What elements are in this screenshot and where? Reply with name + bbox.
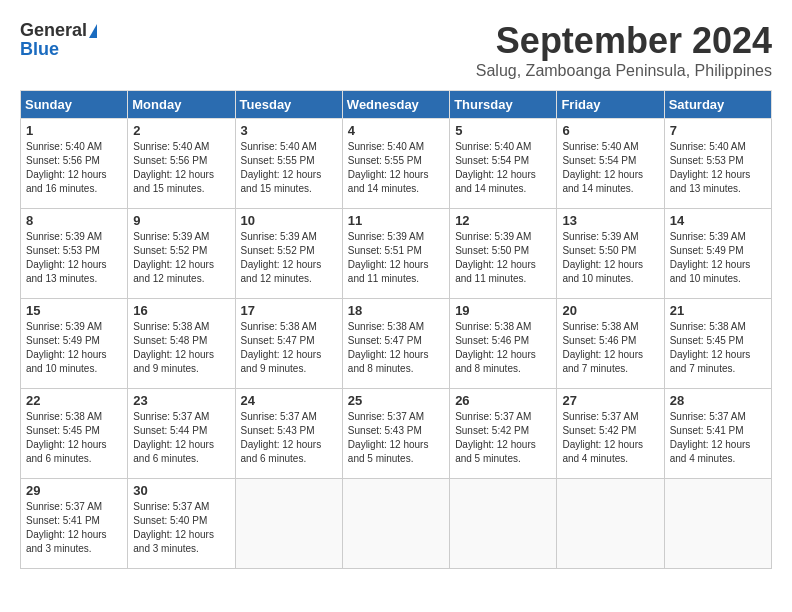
calendar-table: Sunday Monday Tuesday Wednesday Thursday… bbox=[20, 90, 772, 569]
month-title: September 2024 bbox=[476, 20, 772, 62]
day-28: 28 Sunrise: 5:37 AMSunset: 5:41 PMDaylig… bbox=[664, 389, 771, 479]
day-19: 19 Sunrise: 5:38 AMSunset: 5:46 PMDaylig… bbox=[450, 299, 557, 389]
calendar-week-4: 22 Sunrise: 5:38 AMSunset: 5:45 PMDaylig… bbox=[21, 389, 772, 479]
col-tuesday: Tuesday bbox=[235, 91, 342, 119]
day-27: 27 Sunrise: 5:37 AMSunset: 5:42 PMDaylig… bbox=[557, 389, 664, 479]
day-empty-4 bbox=[557, 479, 664, 569]
day-10: 10 Sunrise: 5:39 AMSunset: 5:52 PMDaylig… bbox=[235, 209, 342, 299]
day-11: 11 Sunrise: 5:39 AMSunset: 5:51 PMDaylig… bbox=[342, 209, 449, 299]
day-1: 1 Sunrise: 5:40 AMSunset: 5:56 PMDayligh… bbox=[21, 119, 128, 209]
day-16: 16 Sunrise: 5:38 AMSunset: 5:48 PMDaylig… bbox=[128, 299, 235, 389]
day-9: 9 Sunrise: 5:39 AMSunset: 5:52 PMDayligh… bbox=[128, 209, 235, 299]
calendar-header-row: Sunday Monday Tuesday Wednesday Thursday… bbox=[21, 91, 772, 119]
day-12: 12 Sunrise: 5:39 AMSunset: 5:50 PMDaylig… bbox=[450, 209, 557, 299]
col-wednesday: Wednesday bbox=[342, 91, 449, 119]
day-6: 6 Sunrise: 5:40 AMSunset: 5:54 PMDayligh… bbox=[557, 119, 664, 209]
day-4: 4 Sunrise: 5:40 AMSunset: 5:55 PMDayligh… bbox=[342, 119, 449, 209]
day-3: 3 Sunrise: 5:40 AMSunset: 5:55 PMDayligh… bbox=[235, 119, 342, 209]
day-15: 15 Sunrise: 5:39 AMSunset: 5:49 PMDaylig… bbox=[21, 299, 128, 389]
calendar-week-3: 15 Sunrise: 5:39 AMSunset: 5:49 PMDaylig… bbox=[21, 299, 772, 389]
day-24: 24 Sunrise: 5:37 AMSunset: 5:43 PMDaylig… bbox=[235, 389, 342, 479]
day-2: 2 Sunrise: 5:40 AMSunset: 5:56 PMDayligh… bbox=[128, 119, 235, 209]
day-22: 22 Sunrise: 5:38 AMSunset: 5:45 PMDaylig… bbox=[21, 389, 128, 479]
col-thursday: Thursday bbox=[450, 91, 557, 119]
calendar-week-5: 29 Sunrise: 5:37 AMSunset: 5:41 PMDaylig… bbox=[21, 479, 772, 569]
col-friday: Friday bbox=[557, 91, 664, 119]
day-26: 26 Sunrise: 5:37 AMSunset: 5:42 PMDaylig… bbox=[450, 389, 557, 479]
day-29: 29 Sunrise: 5:37 AMSunset: 5:41 PMDaylig… bbox=[21, 479, 128, 569]
logo-general: General bbox=[20, 20, 87, 41]
col-saturday: Saturday bbox=[664, 91, 771, 119]
title-area: September 2024 Salug, Zamboanga Peninsul… bbox=[476, 20, 772, 80]
day-empty-5 bbox=[664, 479, 771, 569]
col-monday: Monday bbox=[128, 91, 235, 119]
col-sunday: Sunday bbox=[21, 91, 128, 119]
logo-triangle-icon bbox=[89, 24, 97, 38]
day-8: 8 Sunrise: 5:39 AMSunset: 5:53 PMDayligh… bbox=[21, 209, 128, 299]
logo: General Blue bbox=[20, 20, 97, 60]
day-21: 21 Sunrise: 5:38 AMSunset: 5:45 PMDaylig… bbox=[664, 299, 771, 389]
day-17: 17 Sunrise: 5:38 AMSunset: 5:47 PMDaylig… bbox=[235, 299, 342, 389]
logo-blue: Blue bbox=[20, 39, 59, 60]
day-7: 7 Sunrise: 5:40 AMSunset: 5:53 PMDayligh… bbox=[664, 119, 771, 209]
day-13: 13 Sunrise: 5:39 AMSunset: 5:50 PMDaylig… bbox=[557, 209, 664, 299]
calendar-week-2: 8 Sunrise: 5:39 AMSunset: 5:53 PMDayligh… bbox=[21, 209, 772, 299]
day-empty-2 bbox=[342, 479, 449, 569]
day-25: 25 Sunrise: 5:37 AMSunset: 5:43 PMDaylig… bbox=[342, 389, 449, 479]
day-14: 14 Sunrise: 5:39 AMSunset: 5:49 PMDaylig… bbox=[664, 209, 771, 299]
day-18: 18 Sunrise: 5:38 AMSunset: 5:47 PMDaylig… bbox=[342, 299, 449, 389]
day-20: 20 Sunrise: 5:38 AMSunset: 5:46 PMDaylig… bbox=[557, 299, 664, 389]
day-30: 30 Sunrise: 5:37 AMSunset: 5:40 PMDaylig… bbox=[128, 479, 235, 569]
day-5: 5 Sunrise: 5:40 AMSunset: 5:54 PMDayligh… bbox=[450, 119, 557, 209]
location-title: Salug, Zamboanga Peninsula, Philippines bbox=[476, 62, 772, 80]
day-23: 23 Sunrise: 5:37 AMSunset: 5:44 PMDaylig… bbox=[128, 389, 235, 479]
day-empty-1 bbox=[235, 479, 342, 569]
day-empty-3 bbox=[450, 479, 557, 569]
calendar-week-1: 1 Sunrise: 5:40 AMSunset: 5:56 PMDayligh… bbox=[21, 119, 772, 209]
page-header: General Blue September 2024 Salug, Zambo… bbox=[20, 20, 772, 80]
